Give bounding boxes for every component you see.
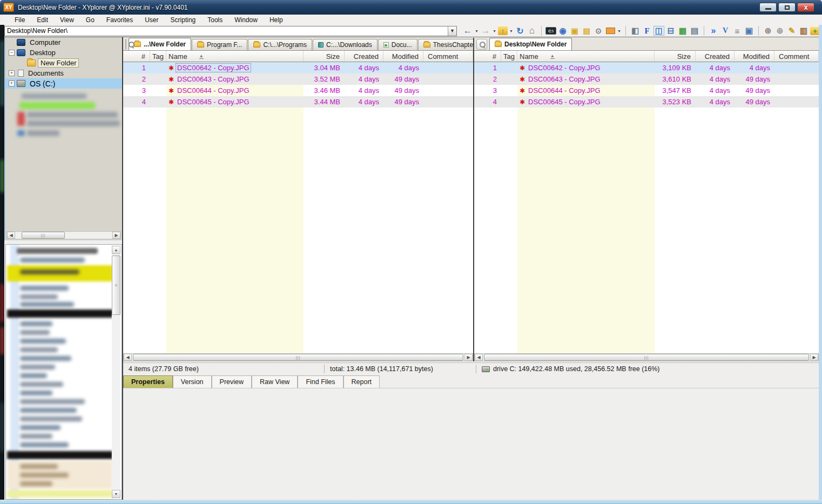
network-icon[interactable]: ◉ <box>557 25 568 36</box>
file-row[interactable]: 2 ✱DSC00643 - Copy.JPG 3,610 KB 4 days 4… <box>474 73 819 85</box>
filter-icon[interactable]: V <box>720 25 731 36</box>
menu-help[interactable]: Help <box>264 15 289 25</box>
address-input[interactable] <box>5 26 448 36</box>
file-name[interactable]: DSC00643 - Copy.JPG <box>527 75 602 84</box>
goto-folder-icon[interactable]: ▣ <box>569 25 580 36</box>
expand-expander-icon[interactable]: + <box>9 70 15 76</box>
menu-view[interactable]: View <box>54 15 80 25</box>
tab-version[interactable]: Version <box>173 375 212 388</box>
column-header-name[interactable]: Name ▲ <box>166 51 304 62</box>
file-name[interactable]: DSC00644 - Copy.JPG <box>527 86 602 95</box>
expand-expander-icon[interactable]: + <box>9 80 15 86</box>
scroll-left-icon[interactable]: ◀ <box>7 232 15 239</box>
dual-pane-vertical-icon[interactable]: ◫ <box>653 26 664 36</box>
column-header-num[interactable]: # <box>123 51 150 62</box>
column-header-created[interactable]: Created <box>696 51 735 62</box>
autosize-columns-icon[interactable]: » <box>708 25 719 36</box>
refresh-icon[interactable]: ↻ <box>515 25 525 36</box>
file-name[interactable]: DSC00645 - Copy.JPG <box>527 97 602 106</box>
scrollbar-thumb[interactable]: ||| <box>133 354 463 361</box>
menu-tools[interactable]: Tools <box>201 15 228 25</box>
address-dropdown-icon[interactable]: ▼ <box>448 26 456 36</box>
scroll-up-icon[interactable]: ▲ <box>112 246 120 254</box>
addons-icon[interactable]: ⊕ <box>774 25 785 36</box>
minimize-button[interactable] <box>759 3 777 12</box>
dual-pane-horizontal-icon[interactable]: ⊟ <box>665 25 676 36</box>
file-name[interactable]: DSC00644 - Copy.JPG <box>176 86 251 95</box>
tree-item-desktop[interactable]: − Desktop <box>5 48 122 58</box>
file-name[interactable]: DSC00642 - Copy.JPG <box>527 63 602 72</box>
scrollbar-thumb[interactable]: ||| <box>484 354 809 361</box>
forward-dropdown-icon[interactable]: ▾ <box>492 29 497 33</box>
back-icon[interactable]: ← <box>462 25 473 36</box>
tab-programs[interactable]: C:\...\Programs <box>248 39 312 50</box>
copy-folder-icon[interactable]: ▤ <box>581 25 592 36</box>
highlight-dropdown-icon[interactable]: ▾ <box>617 29 622 33</box>
scroll-left-icon[interactable]: ◀ <box>475 354 483 361</box>
tree-item-os-c[interactable]: + OS (C:) <box>5 78 122 89</box>
close-button[interactable]: x <box>797 3 814 12</box>
right-pane-horizontal-scrollbar[interactable]: ◀ ||| ▶ <box>474 353 819 361</box>
tab-report[interactable]: Report <box>343 375 380 388</box>
menu-favorites[interactable]: Favorites <box>100 15 139 25</box>
tree-item-computer[interactable]: Computer <box>5 37 122 48</box>
column-header-size[interactable]: Size <box>655 51 696 62</box>
file-row[interactable]: 4 ✱DSC00645 - Copy.JPG 3.44 MB 4 days 49… <box>123 96 473 107</box>
file-row[interactable]: 1 ✱DSC00642 - Copy.JPG 3.04 MB 4 days 4 … <box>123 62 473 73</box>
file-row[interactable]: 3 ✱DSC00644 - Copy.JPG 3,547 KB 4 days 4… <box>474 85 819 96</box>
restore-button[interactable] <box>778 3 796 12</box>
left-pane-horizontal-scrollbar[interactable]: ◀ ||| ▶ <box>123 353 473 361</box>
history-icon[interactable]: ⊙ <box>593 25 604 36</box>
file-row[interactable]: 1 ✱DSC00642 - Copy.JPG 3,109 KB 4 days 4… <box>474 62 819 73</box>
back-dropdown-icon[interactable]: ▾ <box>474 29 479 33</box>
menu-window[interactable]: Window <box>228 15 264 25</box>
column-header-size[interactable]: Size <box>304 51 345 62</box>
column-header-name[interactable]: Name ▲ <box>517 51 655 62</box>
column-header-modified[interactable]: Modified <box>383 51 423 62</box>
archive-icon[interactable]: ▥ <box>798 25 809 36</box>
tab-program-files[interactable]: Program F... <box>192 39 247 50</box>
tab-raw-view[interactable]: Raw View <box>252 375 298 388</box>
settings-icon[interactable]: ⊛ <box>763 25 773 36</box>
column-header-num[interactable]: # <box>474 51 501 62</box>
tab-desktop-new-folder[interactable]: Desktop\New Folder <box>489 38 572 50</box>
tree-item-new-folder[interactable]: New Folder <box>5 58 122 68</box>
column-header-created[interactable]: Created <box>345 51 383 62</box>
column-header-tag[interactable]: Tag <box>501 51 517 62</box>
menu-edit[interactable]: Edit <box>31 15 54 25</box>
home-icon[interactable]: ⌂ <box>527 25 537 36</box>
details-view-icon[interactable]: ▤ <box>689 25 700 36</box>
highlight-color-icon[interactable] <box>606 28 615 34</box>
tree-item-documents[interactable]: + Documents <box>5 68 122 78</box>
tab-find-files[interactable]: Find Files <box>298 375 343 388</box>
scroll-right-icon[interactable]: ▶ <box>810 354 818 361</box>
tab-search-icon[interactable] <box>125 39 126 50</box>
command-prompt-icon[interactable]: C:\ <box>545 27 556 35</box>
tab-properties[interactable]: Properties <box>123 375 173 388</box>
file-row[interactable]: 3 ✱DSC00644 - Copy.JPG 3.46 MB 4 days 49… <box>123 85 473 96</box>
tree-horizontal-scrollbar[interactable]: ◀ ||| ▶ <box>6 231 121 239</box>
scroll-left-icon[interactable]: ◀ <box>124 354 132 361</box>
scroll-right-icon[interactable]: ▶ <box>464 354 473 361</box>
up-icon[interactable]: ↑ <box>498 26 508 35</box>
collapse-expander-icon[interactable]: − <box>9 50 15 56</box>
scrollbar-thumb[interactable]: ≡ <box>112 256 120 315</box>
mini-tree-icon[interactable]: ▣ <box>744 25 754 36</box>
edit-list-icon[interactable]: ≡ <box>732 25 743 36</box>
edit-icon[interactable]: ✎ <box>786 25 797 36</box>
column-header-modified[interactable]: Modified <box>735 51 774 62</box>
tab-documents[interactable]: Docu... <box>378 39 417 50</box>
tab-search-icon[interactable] <box>476 39 487 50</box>
column-header-comment[interactable]: Comment <box>774 51 819 62</box>
tab-preview[interactable]: Preview <box>212 375 252 388</box>
tab-downloads[interactable]: C:...\Downloads <box>313 39 378 50</box>
menu-scripting[interactable]: Scripting <box>165 15 202 25</box>
menu-file[interactable]: File <box>9 15 31 25</box>
file-row[interactable]: 2 ✱DSC00643 - Copy.JPG 3.52 MB 4 days 49… <box>123 73 473 85</box>
file-name[interactable]: DSC00642 - Copy.JPG <box>176 63 251 72</box>
up-dropdown-icon[interactable]: ▾ <box>509 29 514 33</box>
color-grid-icon[interactable]: ▦ <box>677 25 688 36</box>
file-name[interactable]: DSC00643 - Copy.JPG <box>176 75 251 84</box>
menu-go[interactable]: Go <box>80 15 100 25</box>
font-icon[interactable]: F <box>642 25 652 36</box>
